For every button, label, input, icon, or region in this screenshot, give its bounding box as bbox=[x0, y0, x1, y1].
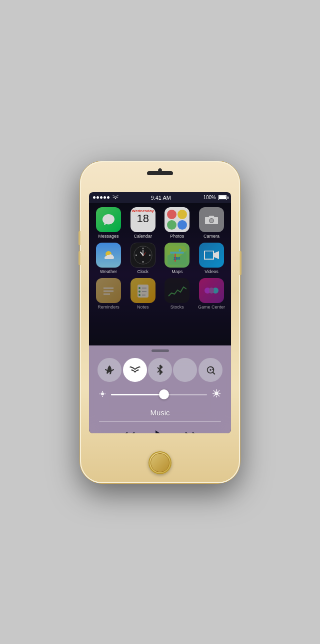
phone-device: 9:41 AM 100% Messages bbox=[80, 161, 240, 483]
app-maps[interactable]: 280 Maps bbox=[162, 243, 192, 274]
battery-percentage: 100% bbox=[203, 195, 216, 200]
calendar-label: Calendar bbox=[134, 234, 152, 239]
app-clock[interactable]: Clock bbox=[128, 243, 158, 274]
volume-up-button[interactable] bbox=[78, 231, 80, 245]
music-section: Music bbox=[89, 404, 231, 433]
videos-label: Videos bbox=[204, 269, 218, 274]
status-bar: 9:41 AM 100% bbox=[89, 192, 231, 203]
calendar-day: 18 bbox=[136, 213, 148, 224]
svg-point-26 bbox=[138, 291, 140, 293]
rotation-lock-toggle[interactable] bbox=[198, 358, 222, 382]
app-row-3: Reminders Notes bbox=[93, 278, 227, 310]
rewind-button[interactable] bbox=[120, 431, 134, 433]
fast-forward-button[interactable] bbox=[186, 431, 200, 433]
svg-line-52 bbox=[214, 390, 215, 392]
status-signal bbox=[93, 195, 118, 201]
photos-label: Photos bbox=[170, 234, 184, 239]
app-videos[interactable]: Videos bbox=[196, 243, 227, 274]
weather-label: Weather bbox=[100, 269, 117, 274]
music-title: Music bbox=[99, 408, 221, 417]
app-calendar[interactable]: Wednesday 18 Calendar bbox=[128, 207, 158, 239]
videos-icon bbox=[199, 243, 224, 268]
svg-line-55 bbox=[214, 395, 215, 396]
maps-icon: 280 bbox=[164, 243, 190, 268]
app-game-center[interactable]: Game Center bbox=[196, 278, 227, 310]
brightness-slider[interactable] bbox=[111, 394, 207, 395]
svg-line-54 bbox=[218, 390, 220, 392]
brightness-control bbox=[89, 385, 231, 404]
notes-label: Notes bbox=[137, 305, 149, 310]
reminders-icon bbox=[96, 278, 121, 303]
play-button[interactable] bbox=[154, 430, 166, 433]
music-controls bbox=[99, 428, 221, 433]
game-center-icon bbox=[199, 278, 224, 303]
svg-line-19 bbox=[208, 252, 209, 254]
app-photos[interactable]: Photos bbox=[162, 207, 192, 239]
app-row-1: Messages Wednesday 18 Calendar bbox=[93, 207, 227, 239]
svg-marker-58 bbox=[156, 430, 164, 433]
svg-point-25 bbox=[138, 287, 140, 289]
clock-icon bbox=[130, 243, 156, 268]
home-button[interactable] bbox=[148, 451, 172, 474]
weather-icon bbox=[96, 243, 121, 268]
svg-point-27 bbox=[138, 294, 140, 296]
stocks-icon bbox=[164, 278, 190, 303]
app-stocks[interactable]: Stocks bbox=[162, 278, 192, 310]
svg-point-1 bbox=[210, 219, 213, 222]
bluetooth-toggle[interactable] bbox=[148, 358, 172, 382]
wifi-status-icon bbox=[112, 195, 118, 201]
svg-point-42 bbox=[101, 392, 104, 395]
status-time: 9:41 AM bbox=[151, 195, 171, 201]
game-center-label: Game Center bbox=[198, 305, 225, 310]
app-weather[interactable]: Weather bbox=[93, 243, 124, 274]
svg-point-33 bbox=[209, 288, 214, 294]
control-center-handle[interactable] bbox=[89, 345, 231, 355]
app-notes[interactable]: Notes bbox=[128, 278, 158, 310]
power-button[interactable] bbox=[240, 251, 242, 275]
app-reminders[interactable]: Reminders bbox=[93, 278, 124, 310]
svg-point-12 bbox=[142, 254, 144, 256]
control-center: Music bbox=[89, 345, 231, 433]
volume-down-button[interactable] bbox=[78, 251, 80, 265]
svg-marker-59 bbox=[186, 432, 192, 433]
app-messages[interactable]: Messages bbox=[93, 207, 124, 239]
calendar-icon: Wednesday 18 bbox=[130, 207, 156, 232]
camera-icon bbox=[199, 207, 224, 232]
maps-label: Maps bbox=[172, 269, 182, 274]
svg-text:280: 280 bbox=[174, 256, 180, 261]
reminders-label: Reminders bbox=[98, 305, 120, 310]
svg-line-18 bbox=[206, 252, 207, 254]
status-battery: 100% bbox=[203, 195, 227, 200]
svg-line-53 bbox=[218, 395, 220, 396]
svg-point-47 bbox=[214, 391, 218, 395]
app-camera[interactable]: Camera bbox=[196, 207, 227, 239]
battery-icon bbox=[218, 195, 227, 200]
handle-bar bbox=[152, 349, 169, 352]
svg-rect-14 bbox=[170, 252, 184, 254]
clock-label: Clock bbox=[137, 269, 148, 274]
app-grid: Messages Wednesday 18 Calendar bbox=[89, 203, 231, 345]
airplane-mode-toggle[interactable] bbox=[98, 358, 122, 382]
cc-toggles-row bbox=[89, 355, 231, 385]
speaker-grille bbox=[147, 171, 173, 175]
messages-icon bbox=[96, 207, 121, 232]
stocks-label: Stocks bbox=[170, 305, 184, 310]
photos-icon bbox=[164, 207, 190, 232]
brightness-high-icon bbox=[212, 389, 221, 400]
svg-marker-56 bbox=[128, 432, 134, 433]
brightness-thumb[interactable] bbox=[159, 389, 169, 399]
svg-point-40 bbox=[210, 369, 212, 371]
svg-marker-60 bbox=[192, 432, 200, 433]
svg-marker-57 bbox=[120, 432, 128, 433]
app-row-2: Weather bbox=[93, 243, 227, 274]
home-button-inner bbox=[150, 453, 170, 472]
wifi-toggle[interactable] bbox=[123, 358, 147, 382]
do-not-disturb-toggle[interactable] bbox=[173, 358, 197, 382]
camera-label: Camera bbox=[204, 234, 220, 239]
notes-icon bbox=[130, 278, 156, 303]
messages-label: Messages bbox=[98, 234, 118, 239]
music-progress-bar[interactable] bbox=[99, 421, 221, 422]
brightness-low-icon bbox=[99, 390, 106, 399]
svg-line-20 bbox=[210, 252, 211, 254]
svg-line-41 bbox=[213, 372, 214, 374]
